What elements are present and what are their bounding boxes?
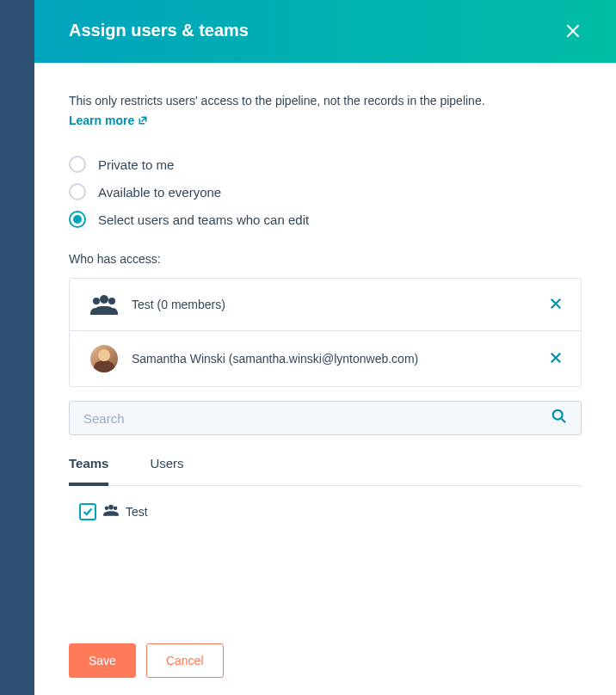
- checkbox[interactable]: [79, 503, 96, 520]
- access-row-user: Samantha Winski (samantha.winski@lyntonw…: [70, 330, 581, 386]
- svg-point-0: [100, 295, 108, 304]
- cancel-button[interactable]: Cancel: [146, 643, 224, 678]
- modal-body: This only restricts users' access to the…: [34, 63, 616, 627]
- radio-icon: [69, 156, 86, 173]
- remove-icon[interactable]: [550, 298, 564, 311]
- learn-more-label: Learn more: [69, 114, 134, 127]
- team-icon: [103, 503, 119, 520]
- access-row-team: Test (0 members): [70, 279, 581, 330]
- radio-select[interactable]: Select users and teams who can edit: [69, 211, 582, 228]
- list-item-label: Test: [126, 505, 148, 519]
- external-link-icon: [138, 115, 148, 126]
- close-icon[interactable]: [564, 22, 582, 40]
- modal-footer: Save Cancel: [34, 627, 616, 695]
- svg-point-1: [93, 298, 100, 304]
- modal-header: Assign users & teams: [34, 0, 616, 63]
- avatar: [90, 345, 118, 372]
- access-user-name: Samantha Winski (samantha.winski@lyntonw…: [132, 352, 536, 366]
- svg-point-3: [553, 410, 563, 420]
- assign-modal: Assign users & teams This only restricts…: [34, 0, 616, 695]
- svg-point-6: [114, 507, 118, 511]
- modal-title: Assign users & teams: [69, 21, 249, 40]
- svg-point-2: [108, 298, 115, 304]
- tab-teams[interactable]: Teams: [69, 444, 108, 486]
- search-box[interactable]: [69, 401, 582, 435]
- radio-group: Private to me Available to everyone Sele…: [69, 156, 582, 228]
- list-item[interactable]: Test: [69, 486, 582, 538]
- tab-users[interactable]: Users: [150, 444, 183, 486]
- radio-icon: [69, 183, 86, 200]
- save-button[interactable]: Save: [69, 643, 136, 678]
- radio-private[interactable]: Private to me: [69, 156, 582, 173]
- search-input[interactable]: [83, 411, 551, 426]
- svg-point-5: [105, 507, 109, 511]
- radio-everyone[interactable]: Available to everyone: [69, 183, 582, 200]
- search-icon: [551, 409, 567, 427]
- radio-icon: [69, 211, 86, 228]
- radio-label: Available to everyone: [98, 185, 221, 200]
- radio-label: Private to me: [98, 157, 174, 172]
- learn-more-link[interactable]: Learn more: [69, 114, 148, 127]
- radio-label: Select users and teams who can edit: [98, 212, 309, 227]
- intro-text: This only restricts users' access to the…: [69, 94, 582, 108]
- who-has-access-label: Who has access:: [69, 252, 582, 266]
- remove-icon[interactable]: [550, 352, 564, 366]
- access-team-name: Test (0 members): [132, 298, 536, 311]
- team-icon: [90, 292, 118, 317]
- svg-point-4: [108, 505, 114, 510]
- tabs: Teams Users: [69, 444, 582, 486]
- access-list: Test (0 members) Samantha Winski (samant…: [69, 278, 582, 387]
